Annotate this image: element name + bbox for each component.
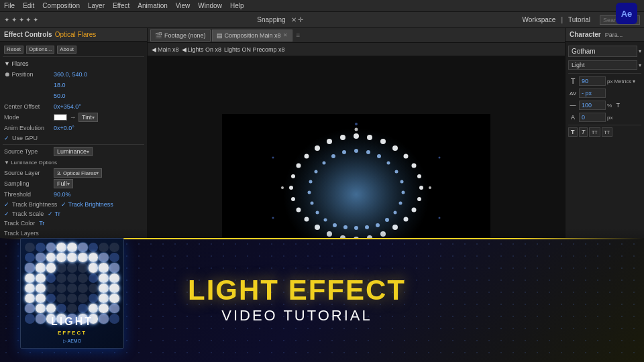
center-area: 🎬 Footage (none) ▤ Composition Main x8 ✕… — [148, 28, 565, 362]
workspace-label[interactable]: Workspace — [523, 16, 556, 23]
anim-evolution-value[interactable]: 0x+0.0° — [54, 125, 74, 131]
char-style-row: Light ▾ — [568, 59, 641, 71]
footage-label: Footage (none) — [164, 32, 206, 39]
tl-tab-x4-close[interactable]: ✕ — [229, 352, 233, 357]
char-panel-tab2[interactable]: Para... — [605, 32, 623, 38]
menu-help[interactable]: Help — [230, 2, 244, 9]
track-scale-checkbox[interactable]: ✓ — [4, 210, 9, 217]
center-offset-value[interactable]: 0x+354.0° — [54, 103, 81, 110]
char-baseline-unit: px — [607, 115, 612, 121]
position-value[interactable]: 360.0, 540.0 — [54, 71, 87, 78]
sampling-dropdown[interactable]: Full ▾ — [54, 179, 73, 188]
view-dropdown[interactable]: Active Camera ▾ — [278, 335, 322, 345]
views-count-dropdown[interactable]: 1 View ▾ — [327, 335, 352, 345]
char-baseline-row: A 0 px — [568, 112, 641, 123]
quality-dropdown[interactable]: Full ▾ — [256, 335, 274, 345]
svg-point-58 — [439, 156, 441, 158]
track-brightness-row: ✓ Track Brightness ✓ Track Brightness — [3, 200, 144, 209]
nav-main[interactable]: ◀ Main x8 — [152, 46, 179, 53]
char-font-name[interactable]: Gotham — [568, 46, 637, 57]
char-smallcaps-button[interactable]: TT — [602, 127, 613, 137]
threshold-value[interactable]: 90.0% — [54, 191, 71, 198]
char-allcaps-button[interactable]: TT — [589, 127, 600, 137]
tl-tab-main-label: Main x8 — [198, 352, 217, 358]
char-italic-button[interactable]: T — [579, 127, 588, 137]
track-scale-row: ✓ Track Scale ✓ Tr — [3, 209, 144, 219]
char-format-buttons: T T TT TT — [568, 127, 641, 137]
tl-tab-x2[interactable]: ✕ Main x2 — [258, 349, 289, 360]
value-row-1: 18.0 — [3, 80, 144, 90]
reset-button[interactable]: Reset — [4, 46, 23, 54]
char-panel-content: Gotham ▾ Light ▾ T 90 px Metrics ▾ — [566, 42, 644, 139]
char-scale-value[interactable]: 100 — [579, 101, 606, 110]
char-baseline-value[interactable]: 0 — [579, 113, 606, 122]
value-2[interactable]: 50.0 — [54, 93, 66, 99]
tl-tab-main-close[interactable]: ≡ — [218, 353, 221, 357]
char-style-arrow[interactable]: ▾ — [639, 62, 641, 68]
tl-tab-x1-close[interactable]: ✕ — [294, 352, 298, 357]
snapping-icon: ✕ ✛ — [291, 16, 304, 23]
tc-toggle[interactable]: ▶ — [152, 337, 156, 343]
menu-animation[interactable]: Animation — [138, 2, 167, 9]
track-brightness-checkbox[interactable]: ✓ — [4, 201, 9, 208]
timeline-time[interactable]: 00139 — [196, 336, 217, 344]
tl-tab-x16[interactable]: ✕ x16 — [166, 349, 187, 360]
tl-tab-main-x8[interactable]: ▤ Main x8 ≡ — [188, 349, 224, 360]
svg-point-60 — [272, 156, 274, 158]
source-type-label: Source Type — [4, 148, 51, 155]
comp-tab-main[interactable]: ▤ Composition Main x8 ✕ — [212, 29, 292, 42]
tl-tab-x2-label: Main x2 — [267, 352, 286, 358]
char-tracking-value[interactable]: - px — [579, 88, 606, 98]
menu-file[interactable]: File — [4, 2, 15, 9]
nav-lights-on[interactable]: ◀ Lights On x8 — [182, 46, 222, 53]
track-brightness-label: Track Brightness — [12, 201, 57, 208]
footage-tab[interactable]: 🎬 Footage (none) — [150, 29, 211, 42]
comp-tab-close[interactable]: ✕ — [283, 32, 288, 38]
tl-tab-x4[interactable]: ✕ Main x4 — [226, 349, 257, 360]
color-swatch[interactable] — [54, 114, 67, 121]
menu-composition[interactable]: Composition — [42, 2, 80, 9]
source-layer-dropdown[interactable]: 3. Optical Flares ▾ — [54, 168, 102, 178]
char-size-row: T 90 px Metrics ▾ — [568, 76, 641, 86]
tl-tab-x1[interactable]: ✕ Main x1 — [290, 349, 321, 360]
menu-layer[interactable]: Layer — [88, 2, 105, 9]
char-bold-button[interactable]: T — [568, 127, 578, 137]
quality-arrow: ▾ — [268, 337, 271, 343]
use-gpu-row: ✓ Use GPU — [3, 133, 144, 143]
workspace-separator: | — [561, 16, 563, 23]
comp-main-label: Composition Main x8 — [225, 32, 281, 39]
use-gpu-label: Use GPU — [12, 135, 38, 141]
char-style-value[interactable]: Light — [568, 60, 637, 70]
about-button[interactable]: About — [57, 46, 76, 54]
tint-dropdown[interactable]: Tint ▾ — [78, 113, 98, 122]
threshold-label: Threshold — [4, 191, 51, 198]
char-font-dropdown-arrow[interactable]: ▾ — [639, 48, 641, 54]
menu-view[interactable]: View — [176, 2, 191, 9]
char-size-value[interactable]: 90 — [579, 76, 606, 86]
nav-arrow-2: ◀ — [182, 46, 186, 53]
tl-tab-x1-label: Main x1 — [299, 352, 318, 358]
menu-effect[interactable]: Effect — [113, 2, 129, 9]
tutorial-label[interactable]: Tutorial — [568, 16, 590, 23]
tc-extra-icons: ⊞ ⊡ ⊛ ⊕ — [356, 337, 383, 343]
options-button[interactable]: Options... — [26, 46, 54, 54]
comp-icon: ▤ — [217, 32, 223, 39]
tl-tab-x4-label: Main x4 — [235, 352, 254, 358]
source-type-row: Source Type Luminance ▾ — [3, 146, 144, 157]
tc-delta: +0.0 — [386, 337, 398, 343]
timeline-tabs: You ✕ x16 ▤ Main x8 ≡ ✕ Main x4 — [148, 347, 565, 362]
position-row: ⏺ Position 360.0, 540.0 — [3, 69, 144, 80]
timeline-controls: ▶ ⏮ ⏹ ◀ ▶ ⏭ 00139 | 🎬 📷 🔧 Full ▾ Active … — [148, 333, 565, 347]
center-offset-label: Center Offset — [4, 103, 51, 110]
effect-controls-reset-row: Reset Options... About — [3, 44, 144, 55]
char-metrics-arrow[interactable]: ▾ — [633, 78, 635, 84]
char-metrics-label[interactable]: Metrics — [614, 78, 631, 84]
track-color-value: Tr — [39, 220, 44, 227]
value-1[interactable]: 18.0 — [54, 82, 66, 88]
tl-tab-x16-close[interactable]: ✕ — [170, 352, 174, 357]
menu-edit[interactable]: Edit — [23, 2, 34, 9]
tl-tab-x2-close[interactable]: ✕ — [262, 352, 266, 357]
menu-window[interactable]: Window — [198, 2, 222, 9]
source-type-dropdown[interactable]: Luminance ▾ — [54, 147, 93, 156]
use-gpu-checkbox[interactable]: ✓ — [4, 135, 9, 141]
